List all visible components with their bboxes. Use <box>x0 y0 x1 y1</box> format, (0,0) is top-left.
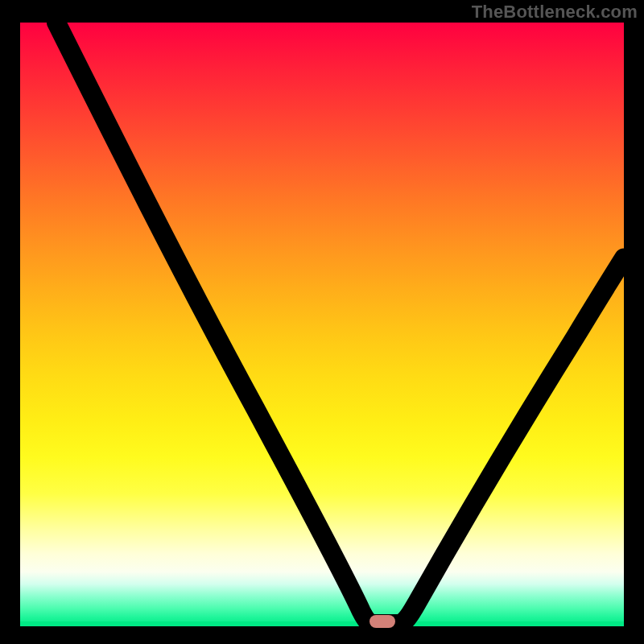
chart-frame: TheBottleneck.com <box>0 0 644 644</box>
curve-left-branch <box>56 23 398 624</box>
curve-right-branch <box>398 258 624 625</box>
bottleneck-curve <box>20 23 624 626</box>
plot-area <box>20 23 624 626</box>
optimal-point-marker <box>369 615 395 628</box>
watermark-text: TheBottleneck.com <box>472 2 638 23</box>
